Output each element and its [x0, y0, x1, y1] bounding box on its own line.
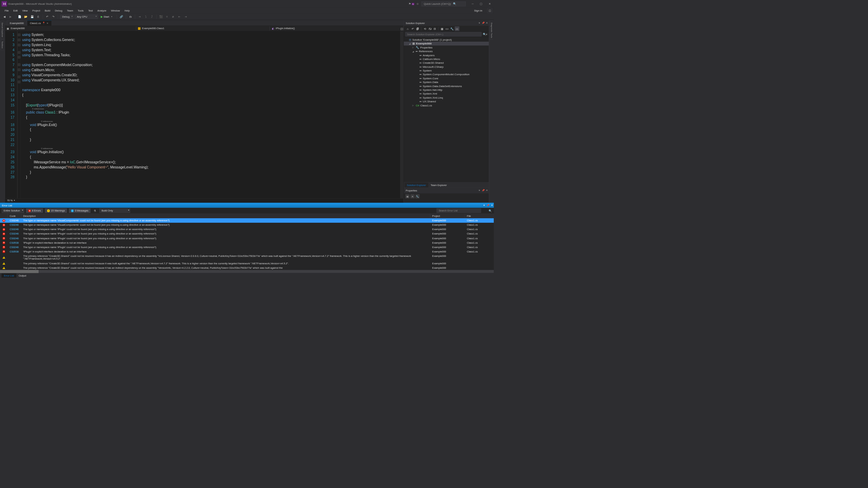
menu-test[interactable]: Test: [86, 8, 95, 13]
el-messages-filter[interactable]: 0 Messages: [69, 208, 91, 213]
open-file-button[interactable]: 📂: [23, 14, 28, 19]
se-search-input[interactable]: [405, 32, 481, 36]
el-scope-dropdown[interactable]: Entire Solution: [2, 208, 24, 213]
ref-analyzers[interactable]: ▪▪Analyzers: [404, 53, 489, 57]
tab-output[interactable]: Output: [16, 273, 28, 278]
scroll-map[interactable]: [400, 31, 403, 198]
el-search-input[interactable]: Search Error List: [437, 208, 481, 213]
nav-member[interactable]: ◧IPlugin.Initialize(): [270, 26, 403, 30]
se-refresh-icon[interactable]: 🗘: [428, 26, 432, 31]
el-options-icon[interactable]: ▾: [482, 204, 486, 207]
se-properties-icon[interactable]: 🔧: [450, 26, 454, 31]
el-hscroll[interactable]: [0, 270, 494, 273]
browser-link-button[interactable]: 🔗: [119, 14, 124, 19]
sign-in-link[interactable]: Sign in: [474, 9, 485, 12]
new-project-button[interactable]: 📄: [17, 14, 22, 19]
references-node[interactable]: ◢▪▪References: [404, 49, 489, 53]
error-row[interactable]: CS0246The type or namespace name 'IPlugi…: [0, 227, 494, 231]
prop-options-icon[interactable]: ▾: [477, 189, 481, 192]
error-row[interactable]: CS0246The type or namespace name 'Visual…: [0, 223, 494, 227]
se-pending-icon[interactable]: 🗐: [415, 26, 420, 31]
menu-help[interactable]: Help: [122, 8, 132, 13]
el-pin-icon[interactable]: 📌: [486, 204, 490, 207]
error-row[interactable]: CS0246The type or namespace name 'IPlugi…: [0, 236, 494, 240]
redo-button[interactable]: ↷: [51, 14, 56, 19]
split-icon[interactable]: ⊟: [400, 27, 403, 32]
bookmark-button[interactable]: ⬛: [158, 14, 163, 19]
uncomment-button[interactable]: ≢: [171, 14, 176, 19]
menu-analyze[interactable]: Analyze: [95, 8, 109, 13]
error-list-rows[interactable]: CS0246The type or namespace name 'Visual…: [0, 218, 494, 270]
error-row[interactable]: CS0246The type or namespace name 'IPlugi…: [0, 245, 494, 249]
ref-system-core[interactable]: ▪▪System.Core: [404, 76, 489, 80]
doctab-class1-cs[interactable]: Class1.cs📍✕: [27, 20, 52, 26]
flag-icon[interactable]: ⚑1: [409, 2, 414, 5]
menu-debug[interactable]: Debug: [53, 8, 64, 13]
error-row[interactable]: The primary reference "Create3D.Shared" …: [0, 254, 494, 261]
el-build-dropdown[interactable]: Build Only: [99, 208, 130, 213]
save-all-button[interactable]: ⎙: [36, 14, 41, 19]
zoom-dropdown[interactable]: 70 %: [7, 199, 13, 202]
prop-pin-icon[interactable]: 📌: [481, 189, 485, 192]
tab-team-explorer[interactable]: Team Explorer: [428, 183, 449, 187]
quick-launch-input[interactable]: Quick Launch (Ctrl+Q) 🔍: [421, 1, 466, 6]
ref-system-xml[interactable]: ▪▪System.Xml: [404, 92, 489, 96]
outdent-button[interactable]: ⇥: [183, 14, 188, 19]
nav-project[interactable]: ▦Example000: [5, 26, 136, 30]
toolbox-tab[interactable]: Toolbox: [1, 39, 4, 50]
el-errors-filter[interactable]: 8 Errors: [26, 208, 43, 213]
se-collapse-icon[interactable]: ⊟: [433, 26, 437, 31]
menu-project[interactable]: Project: [30, 8, 42, 13]
ref-create3d-shared[interactable]: ▪▪Create3D.Shared: [404, 61, 489, 65]
prop-close-icon[interactable]: ✕: [485, 189, 489, 192]
panel-pin-icon[interactable]: 📌: [481, 22, 485, 24]
ref-ux-shared[interactable]: ▪▪UX.Shared: [404, 100, 489, 103]
se-home-icon[interactable]: ⌂: [405, 26, 410, 31]
maximize-button[interactable]: ▢: [477, 0, 486, 8]
nav-class[interactable]: 🅲Example000.Class1: [136, 26, 270, 30]
menu-view[interactable]: View: [20, 8, 30, 13]
error-row[interactable]: CS0246The type or namespace name 'IPlugi…: [0, 231, 494, 236]
ref-microsoft-csharp[interactable]: ▪▪Microsoft.CSharp: [404, 65, 489, 68]
error-row[interactable]: CS0538'IPlugin' in explicit interface de…: [0, 241, 494, 245]
se-preview-icon[interactable]: ▭: [455, 26, 459, 31]
solution-node[interactable]: ◎Solution 'Example000' (1 project): [404, 38, 489, 42]
ref-system-data-datasetextensions[interactable]: ▪▪System.Data.DataSetExtensions: [404, 84, 489, 88]
find-button[interactable]: 🗀: [128, 14, 133, 19]
pin-icon[interactable]: 📍: [42, 22, 45, 24]
error-row[interactable]: The primary reference "Create3D.Shared" …: [0, 266, 494, 270]
ref-system-data[interactable]: ▪▪System.Data: [404, 80, 489, 84]
ref-system-componentmodel-composition[interactable]: ▪▪System.ComponentModel.Composition: [404, 73, 489, 76]
indent-button[interactable]: ⇤: [177, 14, 182, 19]
minimize-button[interactable]: ─: [469, 0, 477, 8]
doctab-example000[interactable]: Example000: [7, 20, 26, 26]
el-warnings-filter[interactable]: 15 Warnings: [45, 208, 67, 213]
menu-edit[interactable]: Edit: [11, 8, 20, 13]
el-close-icon[interactable]: ✕: [490, 204, 494, 207]
step-into-button[interactable]: ⇥: [137, 14, 142, 19]
se-sync-icon[interactable]: ⟲: [422, 26, 427, 31]
menu-build[interactable]: Build: [42, 8, 53, 13]
close-button[interactable]: ✕: [486, 0, 494, 8]
tab-solution-explorer[interactable]: Solution Explorer: [405, 183, 428, 187]
fold-column[interactable]: ⊟⊟⊟⊟⊟⊟⊟⊟⊟: [18, 31, 21, 198]
error-row[interactable]: CS0538'IPlugin' in explicit interface de…: [0, 249, 494, 254]
error-list-header[interactable]: Code Description Project File: [0, 214, 494, 218]
save-button[interactable]: 💾: [29, 14, 35, 19]
prop-az-icon[interactable]: A: [410, 194, 415, 199]
menu-tools[interactable]: Tools: [75, 8, 86, 13]
user-icon[interactable]: ◫: [487, 8, 492, 13]
search-icon[interactable]: 🔍: [489, 209, 492, 212]
properties-node[interactable]: ▷🔧Properties: [404, 45, 489, 49]
se-back-icon[interactable]: ↶: [410, 26, 415, 31]
prop-cat-icon[interactable]: ▤: [405, 194, 410, 199]
server-explorer-tab[interactable]: Server Explorer: [1, 21, 4, 39]
step-out-button[interactable]: ⤴: [149, 14, 154, 19]
platform-dropdown[interactable]: Any CPU: [75, 15, 98, 19]
panel-close-icon[interactable]: ✕: [485, 22, 489, 24]
solution-tree[interactable]: ◎Solution 'Example000' (1 project) ◢▦Exa…: [404, 37, 489, 182]
search-icon[interactable]: 🔍▾: [483, 33, 488, 36]
tab-error-list[interactable]: Error List: [2, 273, 17, 278]
ref-caliburn-micro[interactable]: ▪▪Caliburn.Micro: [404, 57, 489, 61]
nav-fwd-button[interactable]: ▶: [8, 14, 13, 19]
